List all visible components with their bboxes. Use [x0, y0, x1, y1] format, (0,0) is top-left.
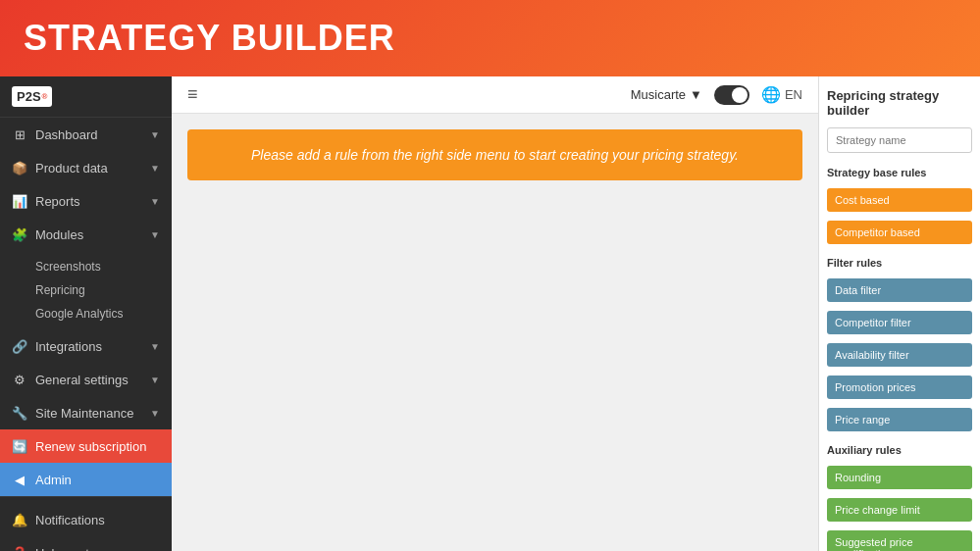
auxiliary-rules-label: Auxiliary rules — [827, 444, 972, 456]
logo-box: P2S ® — [12, 86, 52, 107]
store-chevron-icon: ▼ — [690, 87, 702, 102]
sidebar-item-dashboard[interactable]: ⊞ Dashboard ▼ — [0, 118, 172, 151]
chevron-icon: ▼ — [150, 129, 160, 140]
filter-rules-label: Filter rules — [827, 257, 972, 269]
language-selector[interactable]: 🌐 EN — [761, 85, 802, 104]
puzzle-icon: 🧩 — [12, 226, 27, 242]
competitor-based-button[interactable]: Competitor based — [827, 221, 972, 244]
base-rules-label: Strategy base rules — [827, 167, 972, 178]
chevron-icon: ▼ — [150, 163, 160, 174]
sidebar-label-modules: Modules — [35, 227, 83, 242]
content-area: ≡ Musicarte ▼ 🌐 EN Please add a rule fro… — [172, 76, 818, 551]
chevron-icon: ▼ — [150, 341, 160, 352]
chevron-left-icon: ◀ — [12, 472, 27, 487]
sidebar-item-renew-subscription[interactable]: 🔄 Renew subscription — [0, 429, 172, 463]
main-layout: P2S ® ⊞ Dashboard ▼ 📦 Product data ▼ — [0, 76, 980, 551]
sidebar-item-admin[interactable]: ◀ Admin — [0, 463, 172, 496]
promotion-prices-button[interactable]: Promotion prices — [827, 376, 972, 399]
chart-icon: 📊 — [12, 193, 27, 209]
chevron-icon: ▼ — [150, 229, 160, 240]
chevron-icon: ▼ — [150, 196, 160, 207]
cost-based-button[interactable]: Cost based — [827, 188, 972, 212]
sidebar: P2S ® ⊞ Dashboard ▼ 📦 Product data ▼ — [0, 76, 172, 551]
grid-icon: ⊞ — [12, 126, 27, 142]
sidebar-item-reports[interactable]: 📊 Reports ▼ — [0, 184, 172, 218]
chevron-icon: ▼ — [150, 408, 160, 419]
price-range-button[interactable]: Price range — [827, 408, 972, 431]
sidebar-label-renew: Renew subscription — [35, 439, 146, 454]
panel-title: Repricing strategy builder — [827, 88, 972, 118]
sidebar-item-product-data[interactable]: 📦 Product data ▼ — [0, 151, 172, 184]
strategy-message-bar: Please add a rule from the right side me… — [187, 129, 802, 180]
sidebar-sub-modules: Screenshots Repricing Google Analytics — [0, 251, 172, 329]
sidebar-bottom: 🔔 Notifications ❓ Help center ▶ Tutorial… — [0, 496, 172, 551]
wrench-icon: 🔧 — [12, 405, 27, 421]
page-title: STRATEGY BUILDER — [24, 18, 956, 59]
sidebar-label-general-settings: General settings — [35, 373, 129, 387]
globe-icon: 🌐 — [761, 85, 781, 104]
sidebar-item-integrations[interactable]: 🔗 Integrations ▼ — [0, 329, 172, 363]
sidebar-item-notifications[interactable]: 🔔 Notifications — [0, 503, 172, 536]
sidebar-label-product-data: Product data — [35, 161, 108, 175]
sidebar-item-modules[interactable]: 🧩 Modules ▼ — [0, 218, 172, 251]
sidebar-item-site-maintenance[interactable]: 🔧 Site Maintenance ▼ — [0, 396, 172, 429]
top-bar: ≡ Musicarte ▼ 🌐 EN — [172, 76, 818, 114]
page-header: STRATEGY BUILDER — [0, 0, 980, 76]
right-panel: Repricing strategy builder Strategy base… — [818, 76, 980, 551]
strategy-message-text: Please add a rule from the right side me… — [251, 147, 739, 163]
sidebar-sub-repricing[interactable]: Repricing — [35, 278, 172, 302]
language-label: EN — [785, 87, 802, 102]
logo-text: P2S — [17, 89, 41, 104]
data-filter-button[interactable]: Data filter — [827, 278, 972, 302]
gear-icon: ⚙ — [12, 372, 27, 387]
suggested-price-modification-button[interactable]: Suggested price modification — [827, 530, 972, 551]
dark-mode-toggle[interactable] — [714, 85, 749, 105]
store-name: Musicarte — [631, 87, 686, 102]
box-icon: 📦 — [12, 160, 27, 175]
sidebar-label-site-maintenance: Site Maintenance — [35, 406, 133, 421]
sidebar-label-admin: Admin — [35, 473, 72, 487]
rounding-button[interactable]: Rounding — [827, 466, 972, 489]
hamburger-icon[interactable]: ≡ — [187, 84, 198, 105]
question-icon: ❓ — [12, 545, 27, 551]
competitor-filter-button[interactable]: Competitor filter — [827, 311, 972, 334]
store-selector[interactable]: Musicarte ▼ — [631, 87, 702, 102]
sidebar-logo: P2S ® — [0, 76, 172, 118]
sidebar-nav: ⊞ Dashboard ▼ 📦 Product data ▼ 📊 Reports — [0, 118, 172, 496]
strategy-name-input[interactable] — [827, 127, 972, 153]
logo-registered: ® — [42, 92, 48, 101]
sidebar-label-integrations: Integrations — [35, 339, 102, 354]
sidebar-item-general-settings[interactable]: ⚙ General settings ▼ — [0, 363, 172, 396]
sidebar-label-dashboard: Dashboard — [35, 127, 98, 142]
price-change-limit-button[interactable]: Price change limit — [827, 498, 972, 522]
refresh-icon: 🔄 — [12, 438, 27, 454]
toggle-knob — [732, 87, 748, 103]
availability-filter-button[interactable]: Availability filter — [827, 343, 972, 367]
chevron-icon: ▼ — [150, 375, 160, 385]
sidebar-label-notifications: Notifications — [35, 513, 105, 527]
sidebar-sub-screenshots[interactable]: Screenshots — [35, 255, 172, 278]
sidebar-label-reports: Reports — [35, 194, 80, 209]
sidebar-sub-google-analytics[interactable]: Google Analytics — [35, 302, 172, 326]
bell-icon: 🔔 — [12, 512, 27, 527]
sidebar-label-help-center: Help center — [35, 546, 100, 552]
sidebar-item-help-center[interactable]: ❓ Help center — [0, 536, 172, 551]
main-content: Please add a rule from the right side me… — [172, 114, 818, 551]
link-icon: 🔗 — [12, 338, 27, 354]
